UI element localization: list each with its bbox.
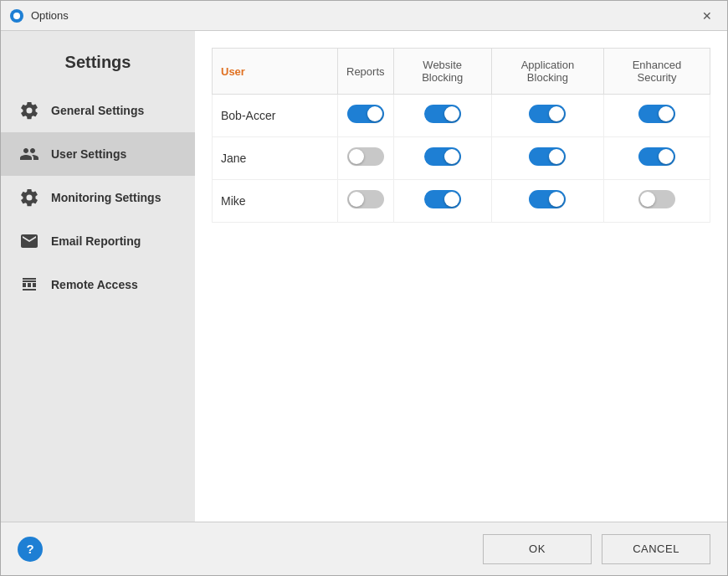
application-blocking-toggle-row2[interactable]	[529, 190, 566, 208]
user-name-cell: Jane	[213, 137, 338, 180]
toggle-knob	[444, 106, 459, 121]
enhanced-security-toggle-cell	[603, 137, 710, 180]
cancel-button[interactable]: CANCEL	[602, 534, 710, 564]
website-blocking-toggle-cell	[393, 180, 491, 223]
table-row: Jane	[213, 137, 710, 180]
enhanced-security-toggle-row0[interactable]	[638, 105, 675, 123]
sidebar-user-settings-label: User Settings	[51, 147, 126, 161]
enhanced-security-toggle-cell	[603, 180, 710, 223]
close-button[interactable]: ✕	[695, 4, 719, 28]
col-header-enhanced-security: Enhanced Security	[603, 49, 710, 95]
table-row: Mike	[213, 180, 710, 223]
toggle-knob	[549, 192, 564, 207]
col-header-reports: Reports	[338, 49, 394, 95]
col-header-user: User	[213, 49, 338, 95]
footer: ? OK CANCEL	[1, 522, 727, 575]
window-title: Options	[31, 9, 695, 22]
application-blocking-toggle-cell	[491, 95, 603, 137]
website-blocking-toggle-cell	[393, 95, 491, 137]
website-blocking-toggle-cell	[393, 137, 491, 180]
main-content: Settings General Settings User Settings	[1, 31, 727, 522]
ok-button[interactable]: OK	[483, 534, 592, 564]
reports-toggle-cell	[338, 95, 394, 137]
application-blocking-toggle-row1[interactable]	[529, 147, 566, 166]
user-name-cell: Bob-Accer	[213, 95, 338, 137]
email-icon	[18, 229, 41, 253]
sidebar-item-email-reporting[interactable]: Email Reporting	[1, 219, 195, 263]
toggle-knob	[640, 192, 655, 207]
options-window: Options ✕ Settings General Settings	[0, 0, 728, 576]
reports-toggle-row1[interactable]	[347, 147, 384, 166]
reports-toggle-row2[interactable]	[347, 190, 384, 208]
toggle-knob	[659, 106, 674, 121]
sidebar-item-user-settings[interactable]: User Settings	[1, 132, 195, 176]
toggle-knob	[549, 149, 564, 164]
sidebar-item-general-settings[interactable]: General Settings	[1, 89, 195, 132]
toggle-knob	[444, 192, 459, 207]
application-blocking-toggle-cell	[491, 180, 603, 223]
table-row: Bob-Accer	[213, 95, 710, 137]
enhanced-security-toggle-row2[interactable]	[638, 190, 675, 208]
svg-point-1	[13, 13, 20, 19]
toggle-knob	[349, 192, 364, 207]
sidebar-email-label: Email Reporting	[51, 234, 141, 248]
application-blocking-toggle-row0[interactable]	[529, 105, 566, 123]
user-settings-table: User Reports Website Blocking Applicatio…	[212, 48, 710, 223]
toggle-knob	[549, 106, 564, 121]
enhanced-security-toggle-row1[interactable]	[638, 147, 675, 166]
toggle-knob	[349, 149, 364, 164]
website-blocking-toggle-row1[interactable]	[424, 147, 461, 166]
monitoring-icon	[18, 186, 41, 209]
sidebar-item-monitoring-settings[interactable]: Monitoring Settings	[1, 176, 195, 219]
user-icon	[18, 142, 41, 166]
toggle-knob	[444, 149, 459, 164]
enhanced-security-toggle-cell	[603, 95, 710, 137]
col-header-application-blocking: Application Blocking	[491, 49, 603, 95]
reports-toggle-cell	[338, 137, 394, 180]
sidebar-general-settings-label: General Settings	[51, 104, 144, 117]
sidebar-remote-access-label: Remote Access	[51, 278, 138, 291]
reports-toggle-row0[interactable]	[347, 105, 384, 123]
sidebar: Settings General Settings User Settings	[1, 31, 195, 522]
titlebar: Options ✕	[1, 1, 727, 31]
website-blocking-toggle-row2[interactable]	[424, 190, 461, 208]
application-blocking-toggle-cell	[491, 137, 603, 180]
toggle-knob	[659, 149, 674, 164]
user-name-cell: Mike	[213, 180, 338, 223]
sidebar-monitoring-label: Monitoring Settings	[51, 191, 161, 204]
toggle-knob	[367, 106, 382, 121]
reports-toggle-cell	[338, 180, 394, 223]
app-icon	[9, 8, 24, 23]
col-header-website-blocking: Website Blocking	[393, 49, 491, 95]
help-button[interactable]: ?	[18, 537, 43, 562]
network-icon	[18, 273, 41, 296]
main-panel: User Reports Website Blocking Applicatio…	[195, 31, 727, 522]
sidebar-item-remote-access[interactable]: Remote Access	[1, 263, 195, 306]
sidebar-heading: Settings	[1, 39, 195, 89]
website-blocking-toggle-row0[interactable]	[424, 105, 461, 123]
gear-icon	[18, 99, 41, 122]
